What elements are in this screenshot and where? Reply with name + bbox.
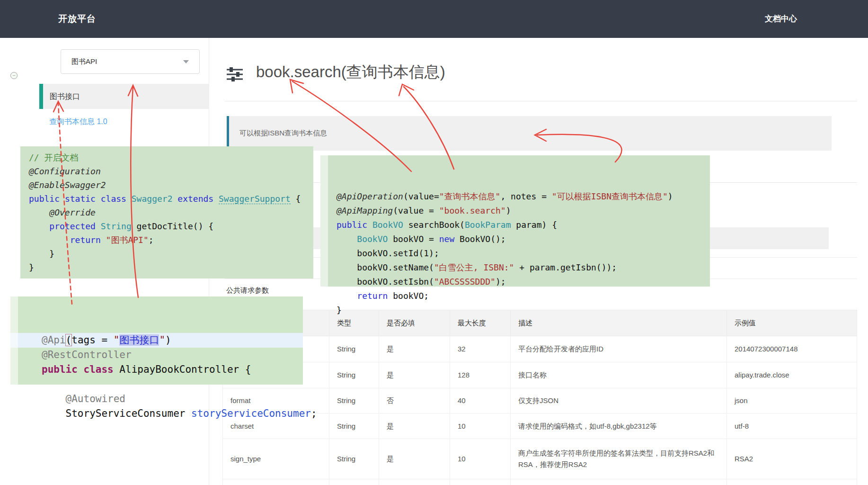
code-gutter bbox=[10, 296, 18, 385]
table-cell: 平台分配给开发者的应用ID bbox=[511, 336, 727, 362]
table-body: app_idString是32平台分配给开发者的应用ID201407230000… bbox=[223, 336, 857, 485]
sidebar-item-label: 图书接口 bbox=[50, 84, 80, 109]
code-overlay-search-method: @ApiOperation(value="查询书本信息", notes = "可… bbox=[320, 155, 710, 287]
table-row: app_idString是32平台分配给开发者的应用ID201407230000… bbox=[223, 336, 857, 362]
common-params-section-title: 公共请求参数 bbox=[226, 286, 269, 295]
table-cell: 请求使用的编码格式，如utf-8,gbk,gb2312等 bbox=[511, 413, 727, 439]
table-cell: String bbox=[329, 362, 379, 388]
table-cell: String bbox=[329, 336, 379, 362]
table-cell: String bbox=[329, 413, 379, 439]
table-cell: 128 bbox=[450, 362, 511, 388]
page-title: book.search(查询书本信息) bbox=[256, 62, 445, 83]
table-cell: utf-8 bbox=[727, 413, 857, 439]
table-cell: sign_type bbox=[223, 439, 329, 479]
table-cell: 是 bbox=[379, 336, 450, 362]
brand-title: 开放平台 bbox=[58, 0, 96, 38]
api-group-dropdown-value: 图书API bbox=[71, 50, 97, 73]
table-cell: 否 bbox=[379, 388, 450, 413]
code-fold-icon: − bbox=[10, 72, 18, 79]
table-cell: 是 bbox=[379, 362, 450, 388]
api-group-dropdown[interactable]: 图书API bbox=[61, 49, 200, 74]
table-cell: String bbox=[329, 439, 379, 479]
sidebar-link-book-search[interactable]: 查询书本信息 1.0 bbox=[49, 117, 107, 127]
chevron-down-icon bbox=[183, 60, 189, 63]
table-cell: RSA2 bbox=[727, 439, 857, 479]
table-row: sign_typeString是10商户生成签名字符串所使用的签名算法类型，目前… bbox=[223, 439, 857, 479]
table-row: methodString是128接口名称alipay.trade.close bbox=[223, 362, 857, 388]
code-overlay-controller-class: @Api(tags = "图书接口")@RestControllerpublic… bbox=[10, 296, 303, 385]
table-cell: alipay.trade.close bbox=[727, 362, 857, 388]
table-cell: 是 bbox=[379, 439, 450, 479]
table-cell: json bbox=[727, 388, 857, 413]
sliders-icon bbox=[226, 66, 244, 83]
api-description-text: 可以根据ISBN查询书本信息 bbox=[239, 129, 327, 138]
app-window: 开放平台 文档中心 图书API 图书接口 查询书本信息 1.0 book.sea… bbox=[0, 0, 868, 485]
table-row: charsetString是10请求使用的编码格式，如utf-8,gbk,gb2… bbox=[223, 413, 857, 439]
table-cell: 2014072300007148 bbox=[727, 336, 857, 362]
table-cell: 仅支持JSON bbox=[511, 388, 727, 413]
table-cell: 10 bbox=[450, 439, 511, 479]
table-row-partial bbox=[223, 479, 857, 485]
api-description-box: 可以根据ISBN查询书本信息 bbox=[227, 116, 832, 151]
nav-item-doc-center[interactable]: 文档中心 bbox=[765, 0, 797, 38]
code-overlay-swagger-config: // 开启文档@Configuration@EnableSwagger2publ… bbox=[20, 146, 313, 278]
table-cell: 接口名称 bbox=[511, 362, 727, 388]
common-request-params-table: 参数类型是否必填最大长度描述示例值 app_idString是32平台分配给开发… bbox=[222, 310, 857, 485]
title-divider bbox=[225, 101, 857, 101]
table-cell: 10 bbox=[450, 413, 511, 439]
table-cell: 是 bbox=[379, 413, 450, 439]
table-cell: 32 bbox=[450, 336, 511, 362]
code-gutter bbox=[320, 155, 328, 287]
active-item-bar bbox=[39, 84, 43, 109]
table-cell: 商户生成签名字符串所使用的签名算法类型，目前支持RSA2和RSA，推荐使用RSA… bbox=[511, 439, 727, 479]
top-navbar: 开放平台 文档中心 bbox=[0, 0, 868, 38]
table-row: formatString否40仅支持JSONjson bbox=[223, 388, 857, 413]
table-cell: String bbox=[329, 388, 379, 413]
column-header: 示例值 bbox=[727, 310, 857, 336]
sidebar-item-book-api[interactable]: 图书接口 bbox=[39, 84, 209, 109]
table-cell: 40 bbox=[450, 388, 511, 413]
